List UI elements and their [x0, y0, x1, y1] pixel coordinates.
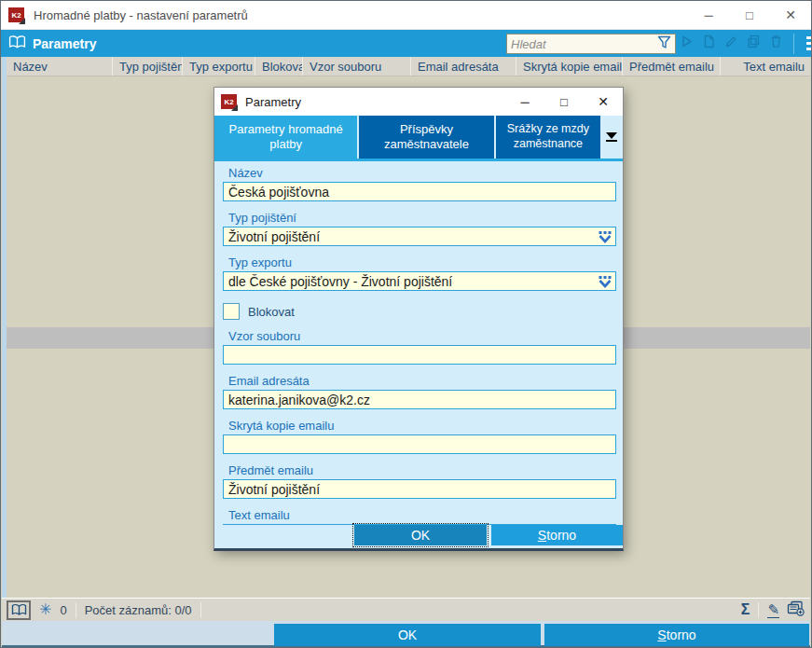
- dialog-minimize-button[interactable]: ─: [505, 88, 544, 116]
- dialog-maximize-button[interactable]: □: [544, 88, 584, 116]
- maximize-button[interactable]: □: [729, 1, 770, 29]
- k2-logo-text: K2: [224, 98, 233, 106]
- combo-dropdown-icon[interactable]: [599, 230, 612, 247]
- column-header-typ-pojisteni[interactable]: Typ pojištění: [113, 57, 183, 76]
- minimize-button[interactable]: ─: [688, 1, 729, 29]
- window-controls: ─ □ ✕: [688, 1, 811, 29]
- statusbar-separator: [758, 602, 759, 618]
- column-header-vzor-souboru[interactable]: Vzor souboru: [303, 57, 411, 76]
- column-header-email-adresata[interactable]: Email adresáta: [411, 57, 516, 76]
- column-header-skryta-kopie[interactable]: Skrytá kopie emailu: [516, 57, 623, 76]
- book-icon: [8, 34, 26, 53]
- column-header-text-emailu[interactable]: Text emailu: [721, 57, 810, 76]
- footer-bar: OK Storno: [2, 621, 810, 648]
- field-blokovat: Blokovat: [223, 303, 616, 320]
- footer-ok-button[interactable]: OK: [274, 624, 541, 646]
- tab-prispevky-zamestnavatele[interactable]: Příspěvky zaměstnavatele: [359, 116, 493, 159]
- dialog-buttons: OK Storno: [214, 525, 623, 548]
- k2-logo-text: K2: [11, 11, 21, 20]
- dialog-tabs: Parametry hromadné platby Příspěvky zamě…: [214, 116, 623, 159]
- play-icon[interactable]: [680, 34, 694, 52]
- column-header-blokovat[interactable]: Blokovat: [255, 57, 303, 76]
- toolbar-separator: [793, 34, 794, 54]
- toolbar-title: Parametry: [33, 36, 97, 51]
- field-label: Skrytá kopie emailu: [228, 419, 616, 433]
- checkbox-label: Blokovat: [248, 305, 295, 319]
- column-header-nazev[interactable]: Název: [7, 57, 113, 76]
- field-skryta-kopie: Skrytá kopie emailu: [223, 419, 616, 454]
- dialog-title: Parametry: [245, 95, 301, 109]
- filter-funnel-icon[interactable]: [657, 35, 671, 53]
- new-record-icon[interactable]: [702, 34, 716, 52]
- dialog-controls: ─ □ ✕: [505, 88, 623, 116]
- edit-icon[interactable]: [724, 34, 738, 52]
- dialog-ok-button[interactable]: OK: [354, 525, 487, 545]
- dialog-storno-button[interactable]: Storno: [491, 525, 623, 545]
- field-vzor-souboru: Vzor souboru: [223, 329, 616, 365]
- k2-logo-icon: K2: [221, 94, 237, 109]
- field-typ-pojisteni: Typ pojištění: [223, 211, 616, 246]
- vzor-souboru-input[interactable]: [223, 345, 616, 365]
- parametry-dialog: K2 Parametry ─ □ ✕ Parametry hromadné pl…: [213, 87, 624, 551]
- statusbar: ✳ 0 Počet záznamů: 0/0 Σ ✎: [2, 598, 810, 621]
- snowflake-icon[interactable]: ✳: [39, 602, 51, 617]
- column-header-predmet-emailu[interactable]: Předmět emailu: [623, 57, 721, 76]
- skryta-kopie-input[interactable]: [223, 434, 616, 454]
- typ-pojisteni-combo[interactable]: [223, 227, 616, 246]
- tab-parametry-hromadne-platby[interactable]: Parametry hromadné platby: [214, 116, 357, 159]
- statusbar-separator: [200, 602, 201, 618]
- close-button[interactable]: ✕: [770, 1, 811, 29]
- footer-storno-button[interactable]: Storno: [544, 624, 809, 646]
- menu-icon[interactable]: [806, 36, 812, 50]
- blokovat-checkbox[interactable]: [223, 303, 240, 320]
- dialog-titlebar: K2 Parametry ─ □ ✕: [214, 88, 623, 116]
- email-adresata-input[interactable]: [223, 390, 616, 409]
- table-header: Název Typ pojištění Typ exportu Blokovat…: [7, 57, 810, 76]
- field-label: Předmět emailu: [228, 463, 616, 477]
- field-label: Název: [228, 166, 616, 180]
- more-tabs-dropdown[interactable]: [600, 116, 623, 159]
- field-predmet-emailu: Předmět emailu: [223, 463, 616, 499]
- field-text-emailu: Text emailu: [223, 508, 616, 525]
- statusbar-separator: [76, 602, 76, 618]
- field-label: Text emailu: [228, 508, 616, 522]
- field-email-adresata: Email adresáta: [223, 374, 616, 409]
- toolbar-action-icons: [680, 30, 812, 57]
- titlebar: K2 Hromadné platby - nastavení parametrů…: [1, 1, 811, 30]
- field-label: Email adresáta: [228, 374, 616, 388]
- dialog-form: Název Typ pojištění Typ exportu: [214, 161, 623, 525]
- copy-icon[interactable]: [747, 34, 761, 52]
- records-count-label: Počet záznamů: 0/0: [85, 603, 192, 617]
- dialog-close-button[interactable]: ✕: [584, 88, 623, 116]
- chevron-down-icon: [606, 132, 617, 142]
- search-box: [506, 34, 676, 54]
- window-title: Hromadné platby - nastavení parametrů: [34, 8, 248, 22]
- predmet-emailu-input[interactable]: [223, 479, 616, 499]
- combo-dropdown-icon[interactable]: [599, 275, 612, 292]
- app-window: K2 Hromadné platby - nastavení parametrů…: [0, 0, 812, 648]
- field-typ-exportu: Typ exportu: [223, 255, 616, 291]
- delete-icon[interactable]: [769, 34, 783, 52]
- search-input[interactable]: [507, 37, 657, 51]
- field-nazev: Název: [223, 166, 616, 201]
- field-label: Typ exportu: [228, 255, 616, 269]
- sum-icon[interactable]: Σ: [741, 602, 750, 617]
- snowflake-count: 0: [60, 603, 66, 617]
- book-view-button[interactable]: [7, 600, 31, 620]
- statusbar-right-icons: Σ ✎: [741, 600, 805, 620]
- toolbar: Parametry: [1, 30, 811, 57]
- field-label: Vzor souboru: [228, 329, 616, 343]
- nazev-input[interactable]: [223, 182, 616, 201]
- column-header-typ-exportu[interactable]: Typ exportu: [183, 57, 255, 76]
- k2-logo-icon: K2: [8, 7, 24, 22]
- typ-exportu-combo[interactable]: [223, 271, 616, 291]
- field-label: Typ pojištění: [228, 211, 616, 225]
- copy-add-icon[interactable]: [787, 600, 805, 620]
- edit-pencil-icon[interactable]: ✎: [767, 602, 779, 618]
- tab-srazky-ze-mzdy[interactable]: Srážky ze mzdy zaměstnance: [496, 116, 601, 159]
